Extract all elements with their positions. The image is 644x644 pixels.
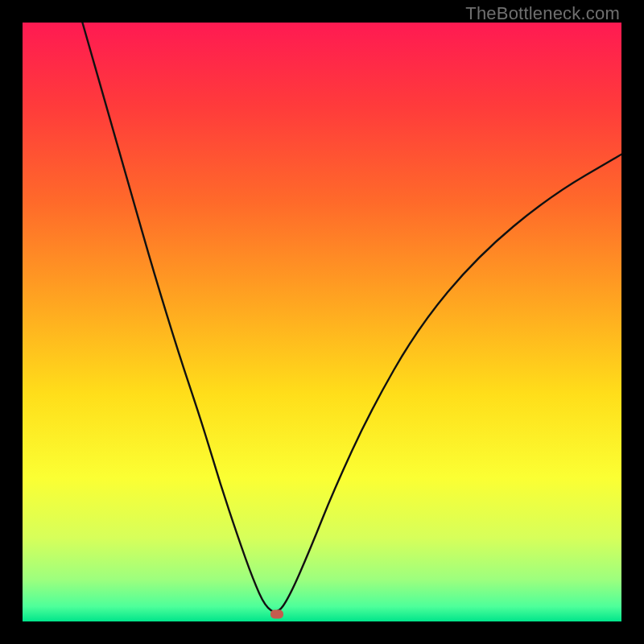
chart-marker <box>270 610 283 619</box>
chart-frame <box>23 23 621 621</box>
watermark-label: TheBottleneck.com <box>465 3 620 24</box>
svg-rect-0 <box>23 23 621 621</box>
chart-gradient-background <box>23 23 621 621</box>
